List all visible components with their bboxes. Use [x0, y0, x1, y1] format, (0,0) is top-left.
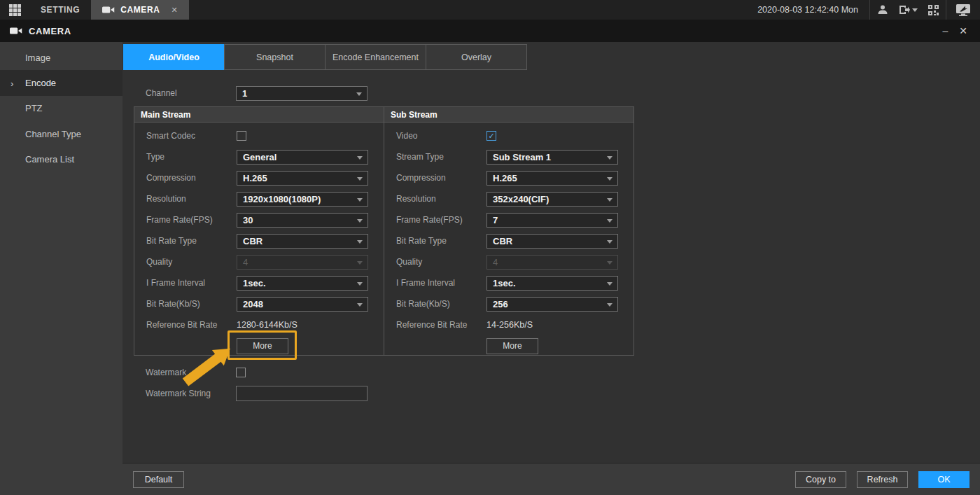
watermark-watermark-string-input[interactable] [236, 386, 368, 401]
sidebar-item-label: Camera List [25, 154, 74, 165]
chevron-down-icon [357, 198, 363, 202]
window-title-bar: CAMERA – ✕ [0, 20, 980, 42]
close-icon[interactable]: ✕ [959, 26, 967, 36]
top-tab-camera[interactable]: CAMERA ✕ [91, 0, 189, 20]
camera-icon [102, 6, 115, 14]
sub-stream-row-resolution: Resolution352x240(CIF) [384, 188, 634, 209]
channel-label: Channel [146, 88, 236, 98]
sub-stream-resolution-label: Resolution [396, 194, 486, 204]
sub-stream-bit-rate-type-select[interactable]: CBR [486, 234, 618, 249]
main-stream-bit-rate-type-select[interactable]: CBR [237, 234, 368, 249]
chevron-down-icon [912, 8, 918, 12]
main-stream-row-type: TypeGeneral [134, 146, 384, 167]
main-stream-compression-select[interactable]: H.265 [237, 171, 368, 186]
sub-stream-row-compression: CompressionH.265 [384, 167, 634, 188]
sub-stream-stream-type-value: Sub Stream 1 [493, 152, 551, 162]
chevron-down-icon [357, 156, 363, 160]
close-icon[interactable]: ✕ [171, 6, 178, 15]
sub-stream-frame-rate-fps-select[interactable]: 7 [486, 213, 618, 228]
active-item-arrow-icon: › [10, 78, 13, 88]
main-stream-bit-rate-type-value: CBR [243, 236, 262, 246]
main-stream-type-select[interactable]: General [237, 150, 368, 165]
main-stream-row-frame-rate-fps: Frame Rate(FPS)30 [134, 209, 384, 230]
sidebar-item-camera-list[interactable]: Camera List [0, 147, 122, 172]
main-stream-i-frame-interval-label: I Frame Interval [146, 278, 237, 288]
logout-button[interactable] [895, 0, 920, 20]
main-stream-compression-label: Compression [146, 173, 237, 183]
main-stream-row-bit-rate-kb-s: Bit Rate(Kb/S)2048 [134, 293, 384, 314]
main-stream-more-button[interactable]: More [237, 338, 288, 354]
main-stream-i-frame-interval-select[interactable]: 1sec. [237, 276, 368, 291]
main-stream-reference-bit-rate-value: 1280-6144Kb/S [237, 320, 298, 330]
watermark-watermark-string-label: Watermark String [146, 389, 236, 398]
main-stream-quality-select: 4 [237, 255, 368, 270]
qr-code-button[interactable] [920, 0, 946, 20]
main-stream-resolution-select[interactable]: 1920x1080(1080P) [237, 192, 368, 207]
logout-icon [899, 5, 910, 15]
watermark-watermark-checkbox[interactable] [236, 368, 246, 377]
sub-stream-row-stream-type: Stream TypeSub Stream 1 [384, 146, 634, 167]
sub-stream-quality-label: Quality [396, 257, 486, 267]
main-stream-frame-rate-fps-select[interactable]: 30 [237, 213, 368, 228]
sub-stream-i-frame-interval-select[interactable]: 1sec. [486, 276, 618, 291]
sidebar-item-channel-type[interactable]: Channel Type [0, 121, 122, 146]
sub-stream-compression-label: Compression [396, 173, 486, 183]
qr-code-icon [928, 5, 939, 15]
main-stream-panel: Main Stream Smart CodecTypeGeneralCompre… [134, 106, 384, 356]
nvr-settings-window: SETTING CAMERA ✕ 2020-08-03 12:42:40 Mon… [0, 0, 980, 495]
sub-stream-title: Sub Stream [384, 107, 634, 123]
main-stream-quality-label: Quality [146, 257, 237, 267]
sub-stream-quality-select: 4 [486, 255, 618, 270]
sub-stream-compression-select[interactable]: H.265 [486, 171, 618, 186]
main-stream-type-value: General [243, 152, 276, 162]
datetime-display: 2020-08-03 12:42:40 Mon [757, 5, 858, 15]
footer-bar: Default Copy toRefreshOK [122, 463, 980, 495]
display-output-button[interactable] [946, 0, 980, 20]
sub-stream-stream-type-select[interactable]: Sub Stream 1 [486, 150, 618, 165]
copy-to-button[interactable]: Copy to [795, 471, 846, 488]
sidebar-item-encode[interactable]: ›Encode [0, 70, 122, 95]
chevron-down-icon [607, 261, 612, 265]
main-stream-i-frame-interval-value: 1sec. [243, 278, 266, 288]
apps-menu-button[interactable] [0, 0, 29, 20]
default-button[interactable]: Default [133, 471, 184, 488]
page-title: CAMERA [29, 26, 71, 36]
sub-stream-bit-rate-kb-s-select[interactable]: 256 [486, 297, 618, 312]
sub-stream-row-bit-rate-type: Bit Rate TypeCBR [384, 230, 634, 251]
main-stream-type-label: Type [146, 152, 237, 162]
main-stream-resolution-label: Resolution [146, 194, 237, 204]
minimize-icon[interactable]: – [942, 26, 948, 36]
channel-select[interactable]: 1 [236, 86, 368, 101]
sub-stream-more-button[interactable]: More [486, 338, 538, 354]
main-stream-row-bit-rate-type: Bit Rate TypeCBR [134, 230, 384, 251]
channel-row: Channel 1 [134, 83, 368, 104]
main-stream-bit-rate-kb-s-select[interactable]: 2048 [237, 297, 368, 312]
main-stream-smart-codec-checkbox[interactable] [237, 131, 246, 141]
tab-overlay[interactable]: Overlay [426, 44, 527, 70]
sidebar-item-image[interactable]: Image [0, 45, 122, 70]
refresh-button[interactable]: Refresh [857, 471, 908, 488]
main-stream-quality-value: 4 [243, 257, 248, 267]
sub-stream-resolution-select[interactable]: 352x240(CIF) [486, 192, 618, 207]
sub-stream-video-checkbox[interactable]: ✓ [486, 131, 496, 141]
sidebar-item-ptz[interactable]: PTZ [0, 96, 122, 121]
tab-audio-video[interactable]: Audio/Video [123, 44, 225, 70]
sub-stream-row-quality: Quality4 [384, 251, 634, 272]
stream-panels: Main Stream Smart CodecTypeGeneralCompre… [134, 106, 634, 356]
sub-stream-i-frame-interval-label: I Frame Interval [396, 278, 486, 288]
main-stream-frame-rate-fps-label: Frame Rate(FPS) [146, 215, 237, 225]
main-content: Audio/VideoSnapshotEncode EnhancementOve… [122, 42, 980, 495]
main-stream-row-smart-codec: Smart Codec [134, 125, 384, 146]
chevron-down-icon [357, 177, 363, 181]
sub-stream-frame-rate-fps-label: Frame Rate(FPS) [396, 215, 486, 225]
top-tab-setting[interactable]: SETTING [29, 0, 91, 20]
sub-stream-row-video: Video✓ [384, 125, 634, 146]
ok-button[interactable]: OK [918, 471, 969, 488]
tab-encode-enhancement[interactable]: Encode Enhancement [325, 44, 426, 70]
main-stream-bit-rate-type-label: Bit Rate Type [146, 236, 237, 246]
tab-snapshot[interactable]: Snapshot [224, 44, 326, 70]
sidebar-item-label: Channel Type [25, 129, 81, 139]
watermark-section: WatermarkWatermark String [134, 362, 368, 404]
chevron-down-icon [607, 303, 612, 307]
user-button[interactable] [870, 0, 895, 20]
